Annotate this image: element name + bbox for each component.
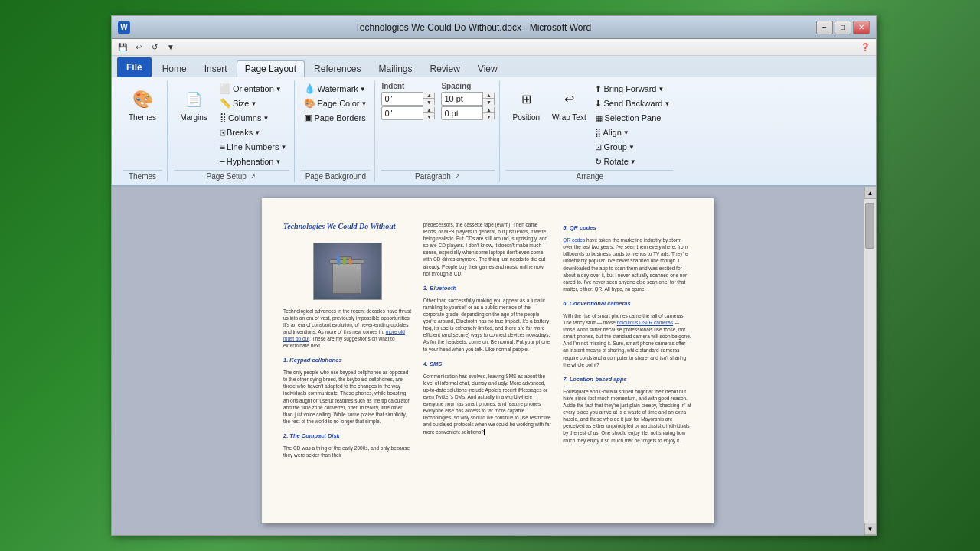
breaks-icon: ⎘	[220, 127, 225, 138]
line-numbers-icon: ≡	[220, 142, 225, 152]
indent-left-value: 0"	[382, 94, 423, 103]
text-cursor	[484, 429, 485, 435]
doc-heading-5: 5. QR codes	[563, 224, 692, 232]
help-icon[interactable]: ❓	[858, 41, 872, 54]
arrange-group-label: Arrange	[506, 170, 673, 182]
vertical-scrollbar: ▲ ▼	[864, 187, 876, 535]
page-borders-icon: ▣	[304, 112, 312, 123]
tab-home[interactable]: Home	[154, 60, 195, 77]
group-button[interactable]: ⊡ Group ▼	[592, 140, 638, 154]
paragraph-group-label: Paragraph ↗	[381, 170, 495, 182]
indent-left-spinbox[interactable]: 0" ▲ ▼	[381, 92, 435, 106]
bring-forward-button[interactable]: ⬆ Bring Forward ▼	[592, 82, 667, 96]
quick-access-toolbar: 💾 ↩ ↺ ▼ ❓	[112, 39, 876, 56]
orientation-button[interactable]: ⬜ Orientation ▼	[217, 82, 285, 96]
scroll-down-button[interactable]: ▼	[864, 523, 877, 535]
document-title: Technologies We Could Do Without	[283, 221, 413, 235]
spacing-after-up[interactable]: ▲	[483, 106, 494, 113]
scroll-thumb[interactable]	[865, 203, 874, 249]
indent-right-down[interactable]: ▼	[423, 113, 434, 120]
paragraph-content: Indent 0" ▲ ▼ 0" ▲	[381, 80, 495, 170]
themes-group-label: Themes	[122, 170, 162, 182]
ribbon: File Home Insert Page Layout References …	[112, 56, 876, 187]
margins-button[interactable]: 📄 Margins	[174, 82, 214, 126]
tab-insert[interactable]: Insert	[196, 60, 236, 77]
tab-view[interactable]: View	[469, 60, 506, 77]
page-bg-col: 💧 Watermark ▼ 🎨 Page Color ▼ ▣ Page Bord…	[301, 82, 370, 125]
doc-column-1: Technologies We Could Do Without	[283, 221, 413, 500]
ribbon-tabs: File Home Insert Page Layout References …	[112, 56, 876, 77]
indent-left-down[interactable]: ▼	[423, 99, 434, 106]
document-page[interactable]: Technologies We Could Do Without	[262, 198, 714, 523]
page-setup-group-label: Page Setup ↗	[174, 170, 289, 182]
indent-col: Indent 0" ▲ ▼ 0" ▲	[381, 82, 435, 120]
quick-toolbar-more-btn[interactable]: ▼	[164, 41, 178, 54]
scroll-track[interactable]	[864, 199, 876, 523]
hyphenation-button[interactable]: – Hyphenation ▼	[217, 155, 284, 168]
group-icon: ⊡	[595, 142, 602, 152]
page-borders-button[interactable]: ▣ Page Borders	[301, 111, 368, 125]
columns-button[interactable]: ⣿ Columns ▼	[217, 111, 272, 125]
doc-heading-2: 2. The Compact Disk	[283, 432, 413, 440]
indent-right-up[interactable]: ▲	[423, 106, 434, 113]
page-setup-content: 📄 Margins ⬜ Orientation ▼ 📏 Size ▼	[174, 80, 289, 170]
scroll-up-button[interactable]: ▲	[864, 187, 877, 199]
tab-mailings[interactable]: Mailings	[370, 60, 420, 77]
size-button[interactable]: 📏 Size ▼	[217, 96, 260, 110]
hyphenation-icon: –	[220, 156, 225, 167]
spacing-before-up[interactable]: ▲	[483, 92, 494, 99]
tab-review[interactable]: Review	[421, 60, 468, 77]
spacing-after-spinbox[interactable]: 0 pt ▲ ▼	[441, 106, 495, 120]
redo-quick-btn[interactable]: ↺	[148, 41, 162, 54]
doc-text-6: With the rise of smart phones came the f…	[563, 312, 692, 368]
position-button[interactable]: ⊞ Position	[506, 82, 546, 126]
position-icon: ⊞	[514, 87, 538, 112]
watermark-button[interactable]: 💧 Watermark ▼	[301, 82, 368, 96]
page-color-button[interactable]: 🎨 Page Color ▼	[301, 96, 370, 110]
window-controls: − □ ✕	[816, 21, 870, 34]
app-icon: W	[118, 21, 130, 34]
themes-icon: 🎨	[130, 87, 155, 112]
align-icon: ⣿	[595, 128, 601, 138]
spacing-before-spinbox[interactable]: 10 pt ▲ ▼	[441, 92, 495, 106]
close-button[interactable]: ✕	[853, 21, 870, 34]
line-numbers-button[interactable]: ≡ Line Numbers ▼	[217, 140, 289, 154]
tab-file[interactable]: File	[117, 57, 152, 77]
page-setup-expand-icon[interactable]: ↗	[250, 173, 257, 181]
spacing-col: Spacing 10 pt ▲ ▼ 0 pt	[441, 82, 495, 120]
maximize-button[interactable]: □	[835, 21, 851, 34]
paragraph-expand-icon[interactable]: ↗	[454, 173, 462, 181]
doc-column-3: 5. QR codes QR codes have taken the mark…	[563, 221, 692, 500]
bring-forward-icon: ⬆	[595, 84, 602, 94]
save-quick-btn[interactable]: 💾	[116, 41, 129, 54]
tab-references[interactable]: References	[305, 60, 369, 77]
spacing-before-arrows: ▲ ▼	[482, 92, 494, 106]
indent-right-spinbox[interactable]: 0" ▲ ▼	[381, 106, 435, 120]
doc-heading-7: 7. Location-based apps	[563, 376, 692, 383]
themes-button[interactable]: 🎨 Themes	[122, 82, 162, 126]
spacing-before-value: 10 pt	[442, 94, 482, 103]
rotate-button[interactable]: ↻ Rotate ▼	[592, 155, 639, 168]
send-backward-button[interactable]: ⬇ Send Backward ▼	[592, 96, 673, 110]
size-icon: 📏	[220, 98, 231, 109]
page-background-group-label: Page Background	[301, 170, 370, 182]
selection-pane-button[interactable]: ▦ Selection Pane	[592, 111, 664, 125]
doc-column-2: predecessors, the cassette tape (ew/m). …	[423, 221, 553, 500]
spacing-before-down[interactable]: ▼	[483, 99, 494, 106]
themes-group: 🎨 Themes Themes	[118, 80, 168, 182]
page-background-group: 💧 Watermark ▼ 🎨 Page Color ▼ ▣ Page Bord…	[296, 80, 375, 182]
tab-page-layout[interactable]: Page Layout	[237, 60, 305, 77]
indent-left-arrows: ▲ ▼	[423, 92, 434, 106]
minimize-button[interactable]: −	[816, 21, 833, 34]
window-title: Technologies We Could Do Without.docx - …	[130, 22, 816, 33]
wrap-text-button[interactable]: ↩ Wrap Text	[549, 82, 589, 126]
breaks-button[interactable]: ⎘ Breaks ▼	[217, 126, 263, 139]
undo-quick-btn[interactable]: ↩	[132, 41, 145, 54]
align-button[interactable]: ⣿ Align ▼	[592, 126, 632, 139]
page-setup-group: 📄 Margins ⬜ Orientation ▼ 📏 Size ▼	[169, 80, 295, 182]
arrange-col: ⬆ Bring Forward ▼ ⬇ Send Backward ▼ ▦ Se…	[592, 82, 673, 168]
page-color-icon: 🎨	[304, 98, 315, 109]
orientation-icon: ⬜	[220, 83, 231, 94]
indent-left-up[interactable]: ▲	[423, 92, 434, 99]
spacing-after-down[interactable]: ▼	[483, 113, 494, 120]
